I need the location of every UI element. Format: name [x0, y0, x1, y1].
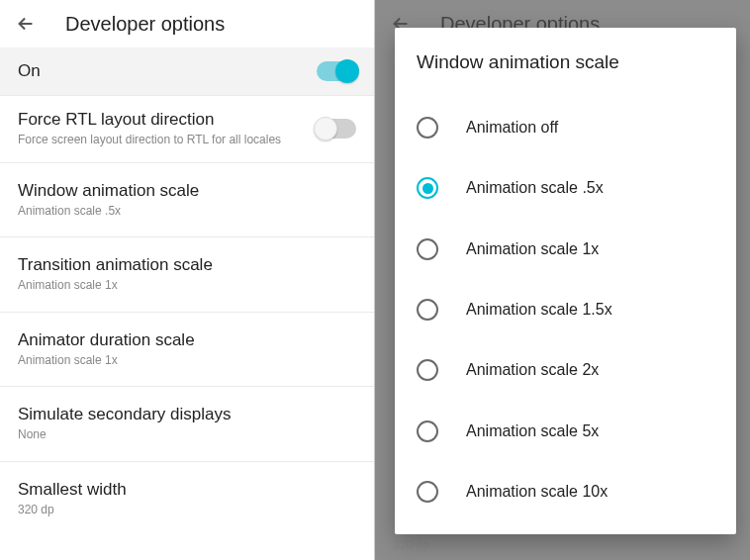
row-window-animation-scale[interactable]: Window animation scale Animation scale .… [0, 163, 374, 238]
row-force-rtl[interactable]: Force RTL layout direction Force screen … [0, 96, 374, 163]
row-transition-animation-scale[interactable]: Transition animation scale Animation sca… [0, 237, 374, 313]
row-subtitle: Force screen layout direction to RTL for… [18, 133, 317, 148]
row-title: On [18, 61, 317, 81]
row-subtitle: Animation scale .5x [18, 204, 356, 220]
dialog-title: Window animation scale [417, 51, 714, 73]
page-title: Developer options [65, 13, 225, 36]
row-animator-duration-scale[interactable]: Animator duration scale Animation scale … [0, 313, 374, 388]
row-subtitle: Animation scale 1x [18, 278, 356, 294]
dialog-panel: Developer options 320 dp Window animatio… [375, 0, 750, 560]
row-title: Simulate secondary displays [18, 405, 356, 424]
options-list: Animation offAnimation scale .5xAnimatio… [417, 97, 714, 522]
row-title: Animator duration scale [18, 330, 356, 350]
radio-icon [417, 420, 438, 442]
radio-icon [417, 359, 438, 381]
row-subtitle: Animation scale 1x [18, 353, 356, 369]
row-subtitle: None [18, 427, 356, 443]
radio-icon [417, 481, 438, 503]
row-subtitle: 320 dp [18, 503, 356, 518]
radio-icon [417, 177, 438, 199]
row-title: Window animation scale [18, 181, 356, 201]
row-title: Smallest width [18, 480, 356, 500]
toggle-off[interactable] [317, 119, 356, 139]
radio-option[interactable]: Animation scale 2x [417, 353, 714, 387]
option-label: Animation scale 10x [466, 483, 608, 501]
radio-option[interactable]: Animation scale .5x [417, 171, 714, 205]
settings-list-panel: Developer options On Force RTL layout di… [0, 0, 375, 560]
option-label: Animation scale 5x [466, 422, 599, 440]
radio-icon [417, 299, 438, 321]
option-label: Animation off [466, 119, 558, 137]
radio-icon [417, 117, 438, 139]
option-label: Animation scale 2x [466, 361, 599, 379]
radio-option[interactable]: Animation off [417, 111, 714, 144]
option-label: Animation scale .5x [466, 179, 604, 197]
row-master-toggle[interactable]: On [0, 47, 374, 96]
row-simulate-secondary-displays[interactable]: Simulate secondary displays None [0, 387, 374, 462]
option-label: Animation scale 1.5x [466, 301, 612, 319]
option-label: Animation scale 1x [466, 240, 599, 258]
radio-icon [417, 238, 438, 260]
radio-option[interactable]: Animation scale 10x [417, 475, 714, 509]
radio-option[interactable]: Animation scale 5x [417, 415, 714, 448]
toggle-on[interactable] [317, 61, 356, 81]
radio-option[interactable]: Animation scale 1.5x [417, 293, 714, 327]
row-title: Force RTL layout direction [18, 110, 317, 130]
header: Developer options [0, 0, 374, 47]
row-smallest-width[interactable]: Smallest width 320 dp [0, 462, 374, 536]
back-icon[interactable] [14, 12, 38, 36]
bg-footer-text: 320 dp [393, 538, 429, 552]
animation-scale-dialog: Window animation scale Animation offAnim… [395, 28, 736, 534]
radio-option[interactable]: Animation scale 1x [417, 233, 714, 266]
row-title: Transition animation scale [18, 255, 356, 275]
